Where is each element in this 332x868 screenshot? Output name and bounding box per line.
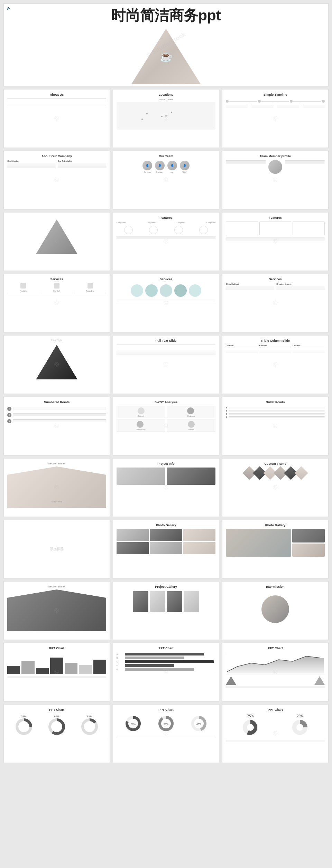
feature-label: Component — [176, 221, 185, 224]
slide-title-project-gallery: Project Gallery — [117, 585, 215, 588]
team-name-2: Our team — [155, 171, 165, 173]
pie-percent-2: 60% — [48, 715, 65, 718]
audio-icon: 🔈 — [7, 6, 11, 10]
triangle-inner: ☕ — [131, 29, 201, 84]
line — [7, 105, 106, 105]
line — [277, 106, 299, 106]
timeline-node — [322, 100, 325, 103]
profile-right — [285, 160, 325, 174]
h-bar-row-5: E — [117, 668, 215, 671]
timeline-item — [226, 105, 248, 107]
slide-title-ppt-3: PPT Chart — [226, 647, 325, 650]
line — [117, 351, 215, 351]
chart-legend-3 — [226, 686, 325, 688]
line — [226, 351, 258, 351]
triangle-photo-dark — [36, 345, 77, 379]
slide-title-team-profile: Team Member profile — [226, 154, 325, 158]
line — [117, 350, 215, 350]
service-col-3: Topics&me — [74, 283, 106, 294]
bullet-lines — [229, 407, 325, 408]
service-label-1: Available — [7, 290, 39, 292]
slide-title-full-text: Full Text Slide — [117, 339, 215, 342]
slides-row-10: PPT Chart © PPT Chart A — [3, 643, 329, 701]
line — [226, 286, 274, 286]
pie-percent-1: 25% — [15, 715, 33, 718]
profile-lines-right — [285, 160, 325, 164]
line — [293, 352, 325, 352]
section-break-label-2: Section Break — [7, 585, 106, 588]
line — [117, 302, 215, 302]
line — [251, 106, 273, 106]
slide-locations: Locations Online · Offline 🗺 © — [113, 89, 219, 148]
donut-1: 80% — [124, 715, 142, 734]
mission-lines — [7, 163, 56, 168]
bullet-lines — [229, 410, 325, 412]
col-title: Column — [259, 345, 292, 347]
slide-triangle-light: © — [3, 212, 110, 271]
chart-triangle-deco — [226, 676, 325, 685]
company-two-col: Our Mission Our Principles — [7, 160, 106, 168]
watermark: © — [53, 176, 61, 185]
slide-ppt-chart-4: PPT Chart 25% 60% 15% — [3, 704, 110, 763]
h-bar-label: D — [117, 664, 123, 667]
team-avatar-3: 👤 — [167, 161, 177, 170]
num-3: 3 — [7, 419, 11, 423]
line — [117, 352, 215, 352]
swot-label-s: Strength — [138, 415, 145, 417]
line — [276, 286, 325, 286]
line — [7, 98, 106, 99]
timeline-node — [258, 100, 261, 103]
slides-row-6: Numbered Points 1 2 — [3, 397, 329, 455]
team-avatar-4: 👤 — [180, 161, 190, 170]
team-name-1: Our team — [142, 171, 152, 173]
bullet-1 — [226, 407, 325, 408]
swot-label-o: Opportunity — [137, 428, 146, 431]
bullet-dot — [226, 407, 227, 408]
diamond-grid — [226, 468, 325, 478]
line — [293, 351, 325, 351]
triple-col-3: Column — [293, 345, 325, 352]
project-img-1 — [117, 468, 165, 485]
timeline-node — [290, 100, 293, 103]
line — [117, 487, 215, 487]
bar-chart-1 — [7, 653, 106, 674]
line — [117, 489, 215, 489]
line — [58, 164, 106, 164]
timeline-node — [226, 100, 229, 103]
slide-title-ppt-5: PPT Chart — [117, 708, 215, 711]
line — [259, 351, 292, 351]
line — [117, 737, 215, 737]
slides-row-11: PPT Chart 25% 60% 15% — [3, 704, 329, 763]
bar-4 — [50, 658, 63, 674]
num-2: 2 — [7, 413, 11, 417]
bullet-2 — [226, 410, 325, 412]
pie-svg-1 — [15, 718, 33, 735]
slide-services-3: Services Click Subject Creative Agency — [222, 274, 329, 332]
line — [276, 287, 325, 287]
slide-title-bullets: Bullet Points — [226, 400, 325, 404]
slide-title-timeline: Simple Timeline — [226, 93, 325, 96]
photo-1 — [117, 529, 149, 541]
slide-about-company: About Our Company Our Mission Our Princi… — [3, 151, 110, 209]
line — [13, 407, 106, 407]
line — [117, 347, 215, 347]
slide-title-features-1: Features — [117, 216, 215, 219]
slide-title-locations: Locations — [117, 93, 215, 96]
service-col-lines-1 — [226, 286, 274, 290]
donut-legend — [117, 736, 215, 737]
pie-combo: 75% 25% — [226, 714, 325, 738]
section-break-label-1: Section Break — [7, 462, 106, 465]
profile-text — [226, 160, 266, 174]
swot-weakness: Weakness — [167, 406, 215, 418]
h-bar-row-1: A — [117, 653, 215, 655]
pie-group-2: 60% — [48, 715, 65, 737]
swot-s: Strength — [138, 407, 145, 417]
bullet-dot — [226, 410, 227, 412]
watermark: © — [53, 114, 61, 123]
slide-title-team: Our Team — [117, 154, 215, 158]
slide-photo-gallery-1: Photo Gallery © — [113, 520, 219, 578]
slide-title-project-info: Project Info — [117, 462, 215, 465]
slides-row-3: © Features Component Component Component… — [3, 212, 329, 271]
timeline-labels — [226, 105, 325, 107]
bullet-3 — [226, 413, 325, 415]
